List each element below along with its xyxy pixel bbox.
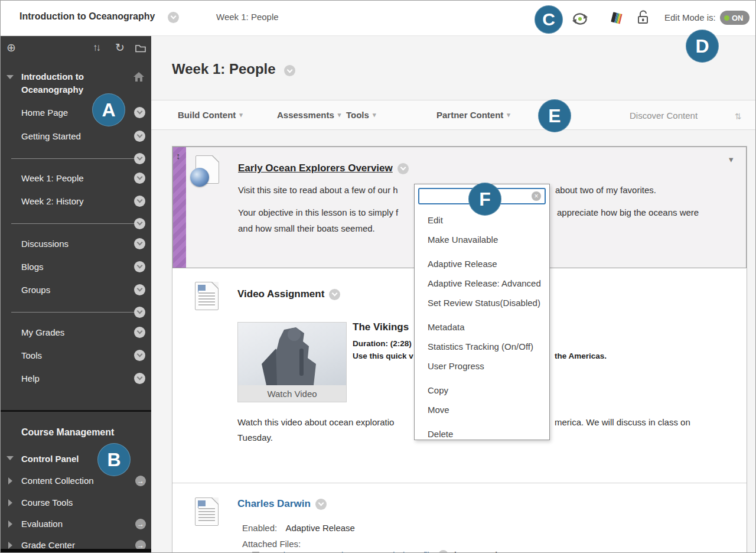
home-page-options-chevron-icon[interactable] <box>134 107 145 118</box>
attachment-row: Darwin's Voyage on the HMS Beagle (PDF f… <box>252 550 498 553</box>
annotation-badge-f: F <box>468 183 501 216</box>
sidebar-item-home-page[interactable]: Home Page <box>21 108 68 118</box>
video-thumbnail[interactable]: Watch Video <box>237 322 347 402</box>
item-title-link[interactable]: Early Ocean Explorers Overview <box>238 162 393 174</box>
menu-item-move[interactable]: Move <box>415 400 549 419</box>
page-title-chevron-icon[interactable] <box>284 65 295 76</box>
refresh-icon[interactable]: ↻ <box>115 42 125 53</box>
theme-palette-icon[interactable] <box>610 12 623 25</box>
assessments-button[interactable]: Assessments▾ <box>277 110 341 120</box>
item-options-chevron-icon[interactable] <box>397 163 409 174</box>
collapse-item-icon[interactable]: ▾ <box>729 154 734 165</box>
item-description: Your objective in this lesson is to simp… <box>238 207 398 217</box>
menu-item-delete[interactable]: Delete <box>415 424 549 444</box>
action-bar: Build Content▾ Assessments▾ Tools▾ Partn… <box>151 100 756 130</box>
annotation-badge-c: C <box>535 5 563 34</box>
menu-item-user-progress[interactable]: User Progress <box>415 356 549 376</box>
content-document-icon <box>195 497 219 526</box>
menu-item-copy[interactable]: Copy <box>415 380 549 400</box>
my-grades-options-chevron-icon[interactable] <box>134 327 145 338</box>
item-description: appreciate how big the oceans were <box>557 207 699 217</box>
sort-icon[interactable]: ⇅ <box>735 112 742 121</box>
divider-options-chevron-icon[interactable] <box>134 218 145 229</box>
folder-view-icon[interactable] <box>135 44 146 53</box>
video-duration: Duration: (2:28) <box>353 339 412 348</box>
sidebar-section-separator <box>1 410 151 412</box>
sidebar-item-discussions[interactable]: Discussions <box>21 239 69 249</box>
attached-files-label: Attached Files: <box>242 539 301 549</box>
divider-options-chevron-icon[interactable] <box>134 153 145 164</box>
course-title-chevron-icon[interactable] <box>168 12 179 23</box>
sidebar-item-week2[interactable]: Week 2: History <box>21 196 84 206</box>
sidebar-item-help[interactable]: Help <box>21 373 40 383</box>
chevron-down-icon: ▾ <box>373 111 376 119</box>
course-tools-expand-icon[interactable] <box>8 499 12 506</box>
divider-options-chevron-icon[interactable] <box>134 307 145 318</box>
sidebar-item-week1[interactable]: Week 1: People <box>21 173 84 183</box>
item-title-link[interactable]: Charles Darwin <box>237 498 311 510</box>
sidebar-item-content-collection[interactable]: Content Collection <box>21 476 94 486</box>
menu-item-adaptive-release[interactable]: Adaptive Release <box>415 254 549 274</box>
partner-content-button[interactable]: Partner Content▾ <box>436 110 510 120</box>
annotation-badge-d: D <box>686 30 719 63</box>
sidebar-item-blogs[interactable]: Blogs <box>21 262 44 272</box>
menu-item-statistics-tracking[interactable]: Statistics Tracking (On/Off) <box>415 337 549 356</box>
item-description: about two of my favorites. <box>555 185 656 195</box>
tools-button[interactable]: Tools▾ <box>346 110 376 120</box>
sidebar-course-name[interactable]: Introduction to Oceanography <box>21 70 116 96</box>
evaluation-open-icon[interactable]: → <box>135 519 146 529</box>
menu-item-adaptive-release-advanced[interactable]: Adaptive Release: Advanced <box>415 274 549 293</box>
sidebar-item-getting-started[interactable]: Getting Started <box>21 131 81 141</box>
blogs-options-chevron-icon[interactable] <box>134 261 145 272</box>
help-options-chevron-icon[interactable] <box>134 373 145 384</box>
week1-options-chevron-icon[interactable] <box>134 173 145 184</box>
add-menu-item-icon[interactable]: ⊕ <box>6 42 16 53</box>
edit-mode-label: Edit Mode is: <box>664 12 716 22</box>
build-content-button[interactable]: Build Content▾ <box>178 110 243 120</box>
item-description: Watch this video about ocean exploratio <box>237 417 394 427</box>
discussions-options-chevron-icon[interactable] <box>134 238 145 249</box>
sidebar-item-course-tools[interactable]: Course Tools <box>21 497 73 508</box>
unlock-icon[interactable] <box>636 10 650 25</box>
menu-item-make-unavailable[interactable]: Make Unavailable <box>415 230 549 249</box>
item-options-chevron-icon[interactable] <box>329 289 340 300</box>
item-description: Visit this site to read about a few of o… <box>238 185 398 195</box>
menu-item-metadata[interactable]: Metadata <box>415 317 549 337</box>
toggle-green-dot-icon <box>724 15 729 21</box>
menu-item-set-review-status[interactable]: Set Review Status(Disabled) <box>415 293 549 313</box>
course-title: Introduction to Oceanography <box>19 11 155 22</box>
edit-mode-toggle[interactable]: ON <box>720 11 750 25</box>
discover-content-button[interactable]: Discover Content <box>630 110 698 121</box>
week2-options-chevron-icon[interactable] <box>134 196 145 207</box>
watch-video-button[interactable]: Watch Video <box>238 385 346 402</box>
control-panel-collapse-icon[interactable] <box>6 456 14 460</box>
course-name-collapse-icon[interactable] <box>6 75 14 79</box>
evaluation-expand-icon[interactable] <box>8 521 12 528</box>
content-collection-open-icon[interactable]: → <box>135 476 146 486</box>
drag-handle-icon[interactable]: ↕ <box>176 151 181 161</box>
student-preview-icon[interactable] <box>571 12 589 25</box>
sidebar-item-evaluation[interactable]: Evaluation <box>21 519 63 529</box>
context-menu-items: Edit Make Unavailable Adaptive Release A… <box>415 210 549 444</box>
item-options-context-menu: × Edit Make Unavailable Adaptive Release… <box>414 184 550 440</box>
attachment-link[interactable]: Darwin's Voyage on the HMS Beagle (PDF f… <box>264 551 434 553</box>
reorder-icon[interactable]: ↑↓ <box>93 43 99 53</box>
item-title[interactable]: Video Assignment <box>237 288 324 300</box>
sidebar-item-my-grades[interactable]: My Grades <box>21 327 64 337</box>
selection-purple-bar: ↕ <box>173 147 186 268</box>
attachment-size: (37.169 KB) <box>453 551 498 553</box>
getting-started-options-chevron-icon[interactable] <box>134 131 145 142</box>
tools-options-chevron-icon[interactable] <box>134 350 145 361</box>
clear-search-icon[interactable]: × <box>532 191 541 201</box>
annotation-badge-e: E <box>538 99 571 132</box>
grade-center-expand-icon[interactable] <box>8 542 12 549</box>
home-icon[interactable] <box>133 71 145 82</box>
sidebar-item-control-panel[interactable]: Control Panel <box>21 454 79 464</box>
content-collection-expand-icon[interactable] <box>8 477 12 484</box>
breadcrumb: Week 1: People <box>216 12 279 22</box>
groups-options-chevron-icon[interactable] <box>134 284 145 295</box>
attachment-options-chevron-icon[interactable] <box>438 550 448 553</box>
sidebar-item-groups[interactable]: Groups <box>21 285 50 295</box>
sidebar-item-tools[interactable]: Tools <box>21 350 42 360</box>
item-options-chevron-icon[interactable] <box>315 499 327 510</box>
